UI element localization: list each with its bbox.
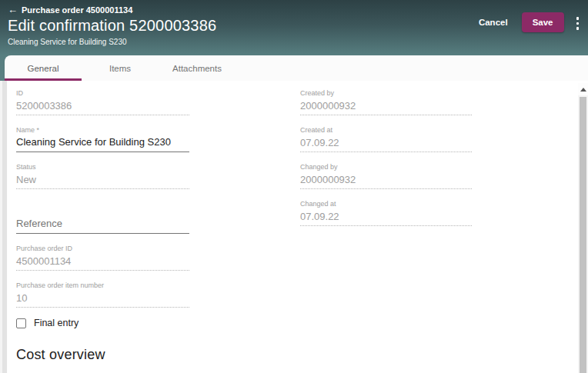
changed-by-value: 2000000932	[300, 172, 472, 188]
left-gutter	[0, 81, 8, 373]
scrollbar-thumb[interactable]	[580, 97, 586, 373]
form-column-right: Created by 2000000932 Created at 07.09.2…	[300, 88, 472, 373]
reference-input[interactable]	[16, 217, 189, 233]
purchase-order-id-value: 4500001134	[16, 254, 189, 270]
created-at-value: 07.09.22	[300, 135, 472, 152]
created-at-field: Created at 07.09.22	[300, 125, 472, 152]
purchase-order-item-number-field: Purchase order item number 10	[16, 281, 189, 308]
header-titles: ← Purchase order 4500001134 Edit confirm…	[8, 5, 216, 55]
overflow-menu-icon[interactable]	[575, 14, 581, 33]
form-column-left: ID 5200003386 Name * Status New	[16, 88, 189, 373]
save-button[interactable]: Save	[522, 12, 564, 32]
scroll-up-button[interactable]	[578, 83, 588, 95]
tab-general-label: General	[28, 64, 59, 73]
created-at-label: Created at	[300, 125, 472, 135]
tab-general[interactable]: General	[5, 55, 82, 81]
changed-at-label: Changed at	[300, 199, 472, 209]
back-nav[interactable]: ← Purchase order 4500001134	[8, 5, 216, 15]
created-by-field: Created by 2000000932	[300, 88, 472, 115]
changed-by-label: Changed by	[300, 162, 472, 172]
page-title: Edit confirmation 5200003386	[8, 17, 216, 35]
status-field: Status New	[16, 162, 189, 189]
changed-at-field: Changed at 07.09.22	[300, 199, 472, 226]
content-area: ID 5200003386 Name * Status New	[0, 81, 588, 373]
tab-items-label: Items	[109, 64, 131, 73]
tab-attachments[interactable]: Attachments	[159, 55, 236, 81]
back-arrow-icon: ←	[8, 5, 18, 15]
name-field: Name *	[16, 125, 189, 152]
header-actions: Cancel Save	[476, 5, 580, 55]
page-header: ← Purchase order 4500001134 Edit confirm…	[0, 0, 588, 55]
vertical-scrollbar[interactable]	[578, 83, 588, 373]
reference-field	[16, 206, 189, 234]
cost-overview-heading: Cost overview	[16, 347, 189, 363]
name-field-label: Name *	[16, 125, 189, 135]
tabbar-background: General Items Attachments	[0, 55, 588, 81]
final-entry-label: Final entry	[34, 318, 79, 328]
purchase-order-item-number-value: 10	[16, 291, 189, 307]
changed-by-field: Changed by 2000000932	[300, 162, 472, 189]
id-field: ID 5200003386	[16, 88, 189, 115]
app-window: ← Purchase order 4500001134 Edit confirm…	[0, 0, 588, 373]
general-form-panel: ID 5200003386 Name * Status New	[8, 81, 588, 373]
page-subtitle: Cleaning Service for Building S230	[8, 38, 216, 46]
purchase-order-id-label: Purchase order ID	[16, 244, 189, 254]
created-by-value: 2000000932	[300, 98, 472, 115]
tab-attachments-label: Attachments	[172, 64, 222, 73]
name-input[interactable]	[16, 135, 189, 152]
purchase-order-item-number-label: Purchase order item number	[16, 281, 189, 291]
form-grid: ID 5200003386 Name * Status New	[16, 88, 588, 373]
status-field-value: New	[16, 172, 189, 188]
id-field-label: ID	[16, 88, 189, 98]
back-nav-label: Purchase order 4500001134	[22, 5, 132, 15]
tab-items[interactable]: Items	[82, 55, 159, 81]
changed-at-value: 07.09.22	[300, 209, 472, 225]
purchase-order-id-field: Purchase order ID 4500001134	[16, 244, 189, 271]
final-entry-checkbox-row[interactable]: Final entry	[16, 318, 189, 328]
id-field-value: 5200003386	[16, 98, 189, 115]
tabbar: General Items Attachments	[5, 55, 588, 81]
status-field-label: Status	[16, 162, 189, 172]
cancel-button[interactable]: Cancel	[476, 12, 511, 32]
scroll-up-icon	[580, 88, 586, 92]
final-entry-checkbox[interactable]	[16, 318, 26, 328]
created-by-label: Created by	[300, 88, 472, 98]
